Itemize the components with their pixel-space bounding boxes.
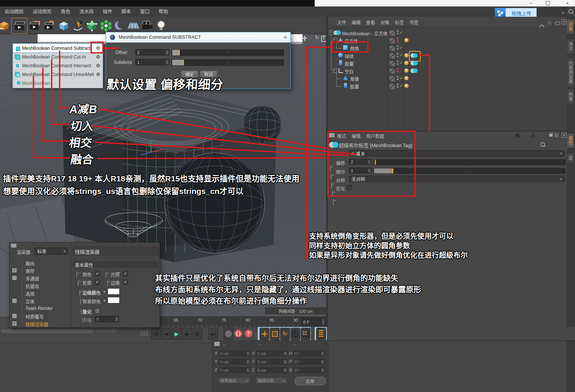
rotate-tool-icon[interactable]: ↻: [280, 328, 290, 340]
menu-script[interactable]: 脚本: [118, 7, 135, 17]
am-back-icon[interactable]: ◀: [515, 132, 519, 139]
rs-save-checkbox[interactable]: [12, 268, 17, 273]
om-menu-file[interactable]: 文件: [337, 19, 346, 25]
rs-multipass-checkbox[interactable]: [12, 275, 17, 281]
optimize-checkbox[interactable]: [347, 185, 352, 190]
light-object-icon[interactable]: [154, 18, 169, 33]
loop-icon[interactable]: ↻: [192, 328, 202, 340]
om-menu-object[interactable]: 对象: [380, 19, 390, 25]
enabled-check-icon[interactable]: [399, 60, 403, 65]
panel-grip[interactable]: [214, 342, 220, 346]
minimize-icon[interactable]: ─: [525, 0, 537, 6]
layer-box[interactable]: [389, 53, 395, 59]
gear-icon[interactable]: [96, 71, 100, 77]
edge-checkbox[interactable]: [123, 279, 128, 285]
spinner-icon[interactable]: [165, 50, 169, 55]
am-add-icon[interactable]: +: [562, 133, 567, 138]
enabled-check-icon[interactable]: [399, 45, 403, 50]
restore-icon[interactable]: [546, 1, 550, 5]
rs-item-save[interactable]: 保存: [25, 268, 35, 274]
render-view-tool-icon[interactable]: [11, 18, 27, 34]
world-coords-select[interactable]: 世界坐标: [218, 377, 250, 384]
offset-param-slider[interactable]: [373, 159, 565, 165]
panel-grip[interactable]: [11, 244, 16, 248]
symmetry-select[interactable]: 无对称: [349, 176, 565, 182]
menu-pipeline[interactable]: 流水线: [76, 7, 98, 17]
menu-window[interactable]: 窗口: [136, 7, 154, 17]
subdivision-slider[interactable]: [171, 59, 284, 66]
phong-tag-icon[interactable]: [404, 38, 409, 42]
gear-icon[interactable]: [96, 54, 100, 60]
subdivision-param-slider[interactable]: [373, 168, 565, 174]
pos-x-input[interactable]: 0 cm: [219, 351, 250, 356]
tree-item-null[interactable]: 空白: [345, 68, 354, 75]
tree-item-cube[interactable]: 立方体: [344, 38, 358, 44]
camera-object-icon[interactable]: [139, 18, 155, 33]
meshboolean-tag-icon[interactable]: [410, 68, 418, 74]
subdivision-surface-icon[interactable]: [84, 18, 100, 33]
tab-objects[interactable]: 对象: [567, 19, 574, 34]
menu-character[interactable]: 角色: [57, 7, 74, 17]
previous-key-icon[interactable]: ◀(: [162, 328, 171, 340]
close-icon[interactable]: ×: [562, 0, 573, 6]
layer-box[interactable]: [389, 45, 395, 51]
param-radio-icon[interactable]: [331, 182, 332, 189]
phong-tag-icon[interactable]: [404, 84, 409, 88]
apply-button[interactable]: 应用: [295, 377, 326, 385]
offset-input[interactable]: 2: [135, 49, 169, 56]
spline-pen-icon[interactable]: [70, 18, 86, 33]
rot-b-input[interactable]: 0 °: [293, 367, 325, 373]
menu-item-cut-in[interactable]: MeshBoolean Command Cut-In: [13, 52, 103, 61]
spinner-icon[interactable]: [246, 360, 250, 364]
spinner-icon[interactable]: [367, 160, 371, 164]
spinner-icon[interactable]: [246, 351, 250, 355]
expander-icon[interactable]: [333, 38, 337, 42]
param-radio-icon[interactable]: [331, 173, 331, 180]
phong-tag-icon[interactable]: [404, 61, 409, 65]
renderer-select[interactable]: 标准: [35, 248, 68, 255]
meshboolean-tag-icon[interactable]: [410, 60, 418, 66]
render-settings-tool-icon[interactable]: [42, 18, 57, 33]
rs-item-options[interactable]: 选项: [25, 290, 35, 297]
expander-icon[interactable]: [329, 30, 333, 35]
scale-y-input[interactable]: 0 cm: [256, 359, 288, 365]
spinner-icon[interactable]: [283, 368, 287, 372]
menu-motion-tracker[interactable]: 运动跟踪: [1, 7, 27, 17]
filmstrip-icon[interactable]: [316, 328, 326, 340]
spinner-icon[interactable]: [320, 351, 324, 355]
tree-item-capsule2[interactable]: 胶囊: [350, 83, 359, 90]
render-settings-button[interactable]: ?: [244, 328, 253, 339]
upload-target-select[interactable]: ▾: [537, 8, 566, 17]
spinner-icon[interactable]: [114, 317, 118, 321]
menu-item-meshboolean[interactable]: MeshBoolean: [13, 79, 103, 87]
menu-item-intersect[interactable]: MeshBoolean Command Intersect: [13, 61, 103, 70]
spinner-icon[interactable]: [367, 168, 371, 173]
render-picture-tool-icon[interactable]: [27, 18, 43, 33]
timeline-mini-button[interactable]: [139, 330, 149, 336]
spinner-icon[interactable]: [283, 360, 287, 364]
spinner-icon[interactable]: [320, 368, 324, 372]
bend-deformer-icon[interactable]: [112, 18, 127, 33]
gear-icon[interactable]: [96, 45, 100, 51]
spinner-icon[interactable]: [283, 351, 287, 355]
rs-item-stereo[interactable]: 立体: [25, 298, 35, 305]
pos-y-input[interactable]: 0 cm: [219, 359, 250, 365]
menu-item-unionmelt[interactable]: MeshBoolean Command UnionMelt: [13, 70, 103, 79]
close-icon[interactable]: [284, 34, 287, 40]
snap-grid-icon[interactable]: [301, 328, 310, 340]
am-menu-mode[interactable]: 模式: [337, 133, 346, 139]
material-manager[interactable]: [0, 340, 212, 392]
move-tool-icon[interactable]: [260, 328, 269, 340]
netdisk-icon[interactable]: [495, 8, 505, 17]
om-menu-view[interactable]: 查看: [366, 19, 375, 25]
spinner-icon[interactable]: [246, 368, 250, 372]
layer-box[interactable]: [389, 30, 395, 36]
search-icon[interactable]: [569, 9, 573, 14]
scale-x-input[interactable]: 0 cm: [256, 351, 288, 356]
rs-item-antialias[interactable]: 抗锯齿: [25, 283, 39, 289]
next-key-icon[interactable]: )▶: [182, 328, 192, 340]
tab-layers[interactable]: 层: [567, 153, 574, 163]
spinner-icon[interactable]: [320, 360, 324, 364]
tree-item-meshboolean[interactable]: MeshBoolean - 立方体: [342, 30, 388, 37]
subdivision-param-input[interactable]: 1: [349, 168, 372, 173]
